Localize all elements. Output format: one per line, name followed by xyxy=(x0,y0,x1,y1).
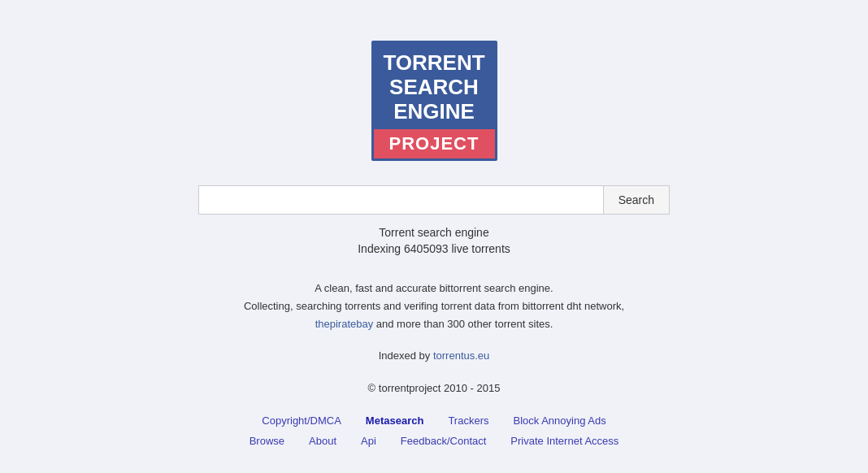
footer-link-api[interactable]: Api xyxy=(361,435,376,447)
logo-container: TORRENT SEARCH ENGINE PROJECT xyxy=(371,41,497,161)
footer-link-metasearch[interactable]: Metasearch xyxy=(366,414,424,427)
description-section: A clean, fast and accurate bittorrent se… xyxy=(244,280,624,333)
footer-links-row2: Browse About Api Feedback/Contact Privat… xyxy=(250,435,619,447)
description-line2: Collecting, searching torrents and verif… xyxy=(244,297,624,315)
logo-top: TORRENT SEARCH ENGINE xyxy=(374,43,495,129)
description-line3: thepiratebay and more than 300 other tor… xyxy=(244,315,624,333)
search-input[interactable] xyxy=(198,185,603,215)
logo-bottom: PROJECT xyxy=(374,129,495,158)
footer-link-trackers[interactable]: Trackers xyxy=(448,414,488,427)
copyright-section: © torrentproject 2010 - 2015 xyxy=(368,382,501,394)
subtitle-line2: Indexing 6405093 live torrents xyxy=(358,242,510,255)
subtitle-line1: Torrent search engine xyxy=(358,226,510,239)
footer-link-about[interactable]: About xyxy=(309,435,336,447)
footer-link-pia[interactable]: Private Internet Access xyxy=(510,435,618,447)
torrentus-link[interactable]: torrentus.eu xyxy=(433,349,489,362)
page-wrapper: TORRENT SEARCH ENGINE PROJECT Search Tor… xyxy=(0,0,868,447)
search-bar-container: Search xyxy=(198,185,670,215)
footer-link-copyright[interactable]: Copyright/DMCA xyxy=(262,414,341,427)
logo-project-text: PROJECT xyxy=(380,133,488,154)
footer-links-row1: Copyright/DMCA Metasearch Trackers Block… xyxy=(262,414,605,427)
footer-link-browse[interactable]: Browse xyxy=(250,435,284,447)
description-line1: A clean, fast and accurate bittorrent se… xyxy=(244,280,624,297)
thepiratebay-link[interactable]: thepiratebay xyxy=(315,318,374,330)
logo-box: TORRENT SEARCH ENGINE PROJECT xyxy=(371,41,497,161)
subtitle-section: Torrent search engine Indexing 6405093 l… xyxy=(358,226,510,255)
footer-link-block-ads[interactable]: Block Annoying Ads xyxy=(513,414,605,427)
search-button[interactable]: Search xyxy=(603,185,670,215)
footer-link-feedback[interactable]: Feedback/Contact xyxy=(401,435,487,447)
logo-top-text: TORRENT SEARCH ENGINE xyxy=(380,51,488,124)
indexed-section: Indexed by torrentus.eu xyxy=(379,349,490,362)
